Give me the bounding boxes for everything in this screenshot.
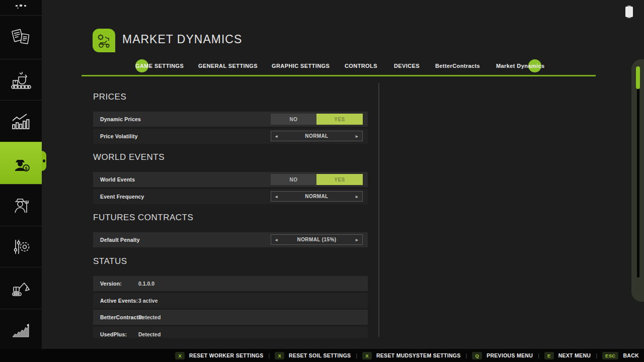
section-title-status: STATUS	[93, 256, 127, 266]
section-title-prices: PRICES	[93, 92, 126, 102]
reset-mudsystem-settings-button[interactable]: X RESET MUDSYSTEM SETTINGS	[362, 352, 460, 359]
previous-menu-button[interactable]: Q PREVIOUS MENU	[472, 352, 533, 359]
sidebar-item-documents[interactable]	[0, 15, 42, 59]
status-label: Active Events:	[100, 298, 138, 304]
key-hint-q: Q	[472, 352, 482, 359]
settings-panel: PRICES Dynamic Prices NO YES Price Volat…	[0, 80, 382, 338]
event-frequency-selector[interactable]: ◂ NORMAL ▸	[271, 191, 363, 202]
setting-row-price-volatility: Price Volatility ◂ NORMAL ▸	[93, 129, 368, 144]
status-label: UsedPlus:	[100, 331, 127, 337]
status-value: Detected	[138, 314, 160, 320]
footer-separator: |	[269, 352, 270, 358]
selector-right-arrow-icon[interactable]: ▸	[356, 194, 358, 199]
tab-graphic-settings[interactable]: GRAPHIC SETTINGS	[272, 63, 330, 69]
status-row-bettercontracts: BetterContracts: Detected	[93, 310, 368, 325]
selector-left-arrow-icon[interactable]: ◂	[275, 134, 278, 139]
setting-row-dynamic-prices: Dynamic Prices NO YES	[93, 112, 368, 127]
status-value: Detected	[138, 331, 160, 337]
action-label: RESET SOIL SETTINGS	[289, 352, 351, 358]
toggle-yes-button[interactable]: YES	[316, 114, 363, 125]
tab-bettercontracts[interactable]: BetterContracts	[435, 63, 480, 69]
tab-devices[interactable]: DEVICES	[394, 63, 420, 69]
key-hint-x: X	[275, 352, 284, 359]
page-title: MARKET DYNAMICS	[122, 33, 242, 46]
tab-controls[interactable]: CONTROLS	[345, 63, 377, 69]
footer-separator: |	[538, 352, 539, 358]
footer-hotkey-bar: X RESET WORKER SETTINGS | X RESET SOIL S…	[0, 349, 644, 362]
status-label: Version:	[100, 281, 122, 287]
status-value: 0.1.0.0	[138, 281, 154, 287]
selector-left-arrow-icon[interactable]: ◂	[275, 194, 278, 199]
selector-right-arrow-icon[interactable]: ▸	[356, 237, 358, 242]
key-hint-esc: ESC	[602, 352, 618, 359]
key-hint-e: E	[544, 352, 554, 359]
action-label: RESET MUDSYSTEM SETTINGS	[376, 352, 461, 358]
scrollbar-track[interactable]	[637, 88, 639, 278]
setting-row-default-penalty: Default Penalty ◂ NORMAL (15%) ▸	[93, 232, 368, 247]
default-penalty-selector[interactable]: ◂ NORMAL (15%) ▸	[271, 234, 363, 245]
status-row-usedplus: UsedPlus: Detected	[93, 327, 368, 338]
action-label: PREVIOUS MENU	[487, 352, 533, 358]
status-value: 3 active	[138, 298, 158, 304]
section-title-futures-contracts: FUTURES CONTRACTS	[93, 213, 193, 223]
section-title-world-events: WORLD EVENTS	[93, 152, 165, 162]
market-dynamics-settings-screen: $	[0, 0, 644, 362]
key-hint-x: X	[362, 352, 372, 359]
tab-game-settings[interactable]: GAME SETTINGS	[135, 63, 184, 69]
action-label: NEXT MENU	[558, 352, 591, 358]
reset-worker-settings-button[interactable]: X RESET WORKER SETTINGS	[175, 352, 263, 359]
action-label: RESET WORKER SETTINGS	[189, 352, 263, 358]
status-row-active-events: Active Events: 3 active	[93, 293, 368, 308]
tab-underline	[82, 75, 596, 76]
tab-bar: GAME SETTINGS GENERAL SETTINGS GRAPHIC S…	[0, 59, 644, 73]
sidebar-item-partial[interactable]	[0, 0, 42, 15]
status-row-version: Version: 0.1.0.0	[93, 276, 368, 291]
content-divider	[378, 83, 379, 337]
market-dynamics-app-icon	[93, 29, 115, 52]
next-menu-button[interactable]: E NEXT MENU	[544, 352, 591, 359]
footer-separator: |	[466, 352, 467, 358]
scrollbar-thumb[interactable]	[636, 66, 640, 89]
footer-separator: |	[356, 352, 357, 358]
toggle-yes-button[interactable]: YES	[316, 174, 363, 185]
selector-value: NORMAL	[305, 194, 328, 199]
tab-market-dynamics[interactable]: Market Dynamics	[496, 63, 545, 69]
dynamic-prices-toggle: NO YES	[271, 114, 363, 125]
back-button[interactable]: ESC BACK	[602, 352, 639, 359]
selector-value: NORMAL (15%)	[297, 237, 337, 242]
toggle-no-button[interactable]: NO	[271, 114, 316, 125]
toggle-no-button[interactable]: NO	[271, 174, 316, 185]
documents-icon	[10, 26, 33, 49]
reset-soil-settings-button[interactable]: X RESET SOIL SETTINGS	[275, 352, 351, 359]
price-volatility-selector[interactable]: ◂ NORMAL ▸	[271, 131, 363, 141]
setting-label: Price Volatility	[100, 133, 138, 139]
setting-label: Dynamic Prices	[100, 116, 141, 122]
setting-row-world-events: World Events NO YES	[93, 172, 368, 187]
setting-label: World Events	[100, 176, 135, 183]
selector-value: NORMAL	[305, 133, 328, 139]
partial-top-icon	[14, 5, 29, 11]
footer-separator: |	[596, 352, 597, 358]
setting-label: Event Frequency	[100, 194, 144, 200]
setting-row-event-frequency: Event Frequency ◂ NORMAL ▸	[93, 189, 368, 204]
world-events-toggle: NO YES	[271, 174, 363, 185]
action-label: BACK	[623, 352, 639, 358]
selector-left-arrow-icon[interactable]: ◂	[275, 237, 278, 242]
status-label: BetterContracts:	[100, 314, 143, 320]
phone-status-icon	[625, 7, 633, 17]
tab-general-settings[interactable]: GENERAL SETTINGS	[198, 63, 258, 69]
setting-label: Default Penalty	[100, 237, 140, 243]
key-hint-x: X	[175, 352, 185, 359]
selector-right-arrow-icon[interactable]: ▸	[356, 134, 358, 139]
